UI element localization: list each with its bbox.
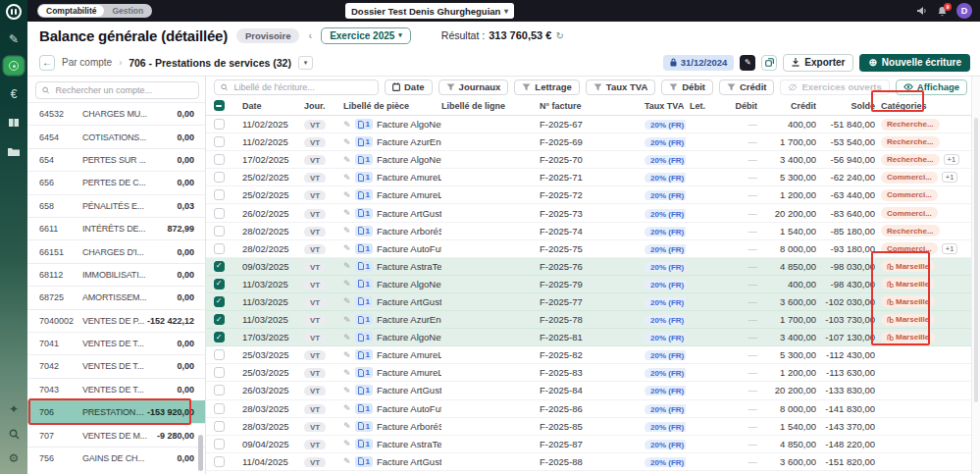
filter-debit-button[interactable]: Débit — [661, 79, 713, 95]
edit-pencil-icon[interactable]: ✎ — [343, 439, 351, 448]
attachment-badge[interactable]: 1 — [355, 314, 373, 325]
category-tag[interactable]: Recherche... — [881, 225, 940, 237]
edit-mode-button[interactable]: ✎ — [740, 55, 755, 71]
attachment-badge[interactable]: 1 — [355, 136, 373, 147]
exercice-selector-button[interactable]: Exercice 2025 ▾ — [321, 27, 411, 44]
attachment-badge[interactable]: 1 — [355, 456, 373, 467]
app-logo-icon[interactable] — [6, 4, 22, 20]
account-row[interactable]: 707VENTES DE M...-9 280,00 — [27, 423, 205, 446]
back-button[interactable]: ← — [39, 55, 55, 71]
account-row[interactable]: 64532CHARGES MU...0,00 — [27, 102, 205, 125]
attachment-badge[interactable]: 1 — [355, 119, 373, 130]
edit-pencil-icon[interactable]: ✎ — [343, 190, 351, 200]
table-row[interactable]: 28/02/2025VT✎1Facture AutoFut...F-2025-7… — [206, 240, 971, 258]
attachment-badge[interactable]: 1 — [355, 279, 373, 290]
account-row[interactable]: 658PÉNALITÉS E...0,03 — [27, 194, 205, 217]
account-row[interactable]: 7043VENTES DE T...0,00 — [27, 378, 205, 400]
category-tag[interactable]: Commerci... — [881, 242, 938, 254]
filter-lettrage-button[interactable]: Lettrage — [514, 79, 579, 95]
edit-pencil-icon[interactable]: ✎ — [343, 315, 351, 325]
entry-search[interactable] — [214, 79, 379, 95]
account-search[interactable] — [35, 81, 199, 99]
tab-comptabilite[interactable]: Comptabilité — [38, 5, 104, 17]
edit-pencil-icon[interactable]: ✎ — [343, 261, 351, 271]
account-row[interactable]: 7042VENTES DE T...0,00 — [27, 354, 205, 377]
account-row[interactable]: 66151CHARGES D'I...0,00 — [27, 239, 205, 262]
new-entry-button[interactable]: ⊕ Nouvelle écriture — [859, 54, 970, 72]
edit-pencil-icon[interactable]: ✎ — [343, 208, 351, 218]
category-tag[interactable]: Marseille — [881, 260, 935, 272]
table-row[interactable]: ✓11/03/2025VT✎1Facture AzurEne...F-2025-… — [206, 311, 971, 329]
refresh-icon[interactable]: ↻ — [555, 30, 563, 41]
table-row[interactable]: ✓11/03/2025VT✎1Facture ArtGust...F-2025-… — [206, 293, 971, 311]
row-checkbox[interactable] — [214, 208, 225, 219]
account-row[interactable]: 656PERTES DE C...0,00 — [27, 171, 205, 193]
row-checkbox[interactable] — [214, 243, 225, 254]
account-row[interactable]: 756GAINS DE CH...0,00 — [27, 447, 205, 469]
more-categories-badge[interactable]: +1 — [942, 172, 958, 183]
filter-exercices-ouverts[interactable]: Exercices ouverts — [780, 79, 889, 95]
table-row[interactable]: ✓17/03/2025VT✎1Facture AlgoNet...F-2025-… — [206, 329, 971, 346]
dossier-selector[interactable]: Dossier Test Denis Ghurgheguian ▾ — [345, 3, 514, 19]
table-row[interactable]: 25/03/2025VT✎1Facture AmureL...F-2025-83… — [206, 364, 971, 382]
attachment-badge[interactable]: 1 — [355, 172, 373, 183]
select-all-checkbox[interactable] — [214, 100, 225, 111]
account-row[interactable]: 7040002VENTES DE P...-152 422,12 — [27, 309, 205, 332]
account-row[interactable]: 7041VENTES DE T...0,00 — [27, 332, 205, 354]
edit-pencil-icon[interactable]: ✎ — [343, 456, 351, 466]
attachment-badge[interactable]: 1 — [355, 243, 373, 254]
attachment-badge[interactable]: 1 — [355, 226, 373, 237]
edit-pencil-icon[interactable]: ✎ — [343, 421, 351, 431]
table-row[interactable]: 26/02/2025VT✎1Facture ArtGust...F-2025-7… — [206, 204, 971, 222]
category-tag[interactable]: Commerci... — [881, 207, 938, 219]
row-checkbox[interactable] — [214, 136, 225, 147]
edit-pencil-icon[interactable]: ✎ — [343, 173, 351, 183]
category-tag[interactable]: Recherche... — [881, 154, 940, 166]
account-search-input[interactable] — [53, 84, 192, 96]
more-categories-badge[interactable]: +1 — [942, 243, 958, 254]
edit-pencil-icon[interactable]: ✎ — [343, 296, 351, 306]
account-row[interactable]: 706PRESTATIONS...-153 920,00 — [27, 400, 205, 423]
euro-accounting-icon[interactable]: € — [4, 85, 24, 103]
account-row[interactable]: 6611INTÉRÊTS DE...872,99 — [27, 217, 205, 239]
attachment-badge[interactable]: 1 — [355, 367, 373, 378]
account-row[interactable]: 68725AMORTISSEM...0,00 — [27, 286, 205, 308]
user-avatar[interactable]: D — [956, 3, 972, 19]
more-categories-badge[interactable]: +1 — [944, 154, 960, 165]
table-row[interactable]: 11/02/2025VT✎1Facture AzurEne...F-2025-6… — [206, 133, 971, 151]
account-row[interactable]: 6454COTISATIONS...0,00 — [27, 125, 205, 147]
attachment-badge[interactable]: 1 — [355, 349, 373, 360]
row-checkbox[interactable] — [214, 119, 225, 130]
row-checkbox[interactable] — [214, 421, 225, 432]
row-checkbox[interactable]: ✓ — [214, 314, 225, 325]
table-row[interactable]: ✓11/03/2025VT✎1Facture AlgoNet...F-2025-… — [206, 276, 971, 293]
accounts-scrollbar-thumb[interactable] — [198, 435, 203, 471]
category-tag[interactable]: Commerci... — [881, 172, 938, 184]
megaphone-icon[interactable] — [916, 6, 928, 16]
row-checkbox[interactable] — [214, 367, 225, 378]
attachment-badge[interactable]: 1 — [355, 208, 373, 219]
table-row[interactable]: 28/02/2025VT✎1Facture ArboréS...F-2025-7… — [206, 223, 971, 240]
filter-taux-tva-button[interactable]: Taux TVA — [586, 79, 655, 95]
account-options-button[interactable]: ▾ — [298, 56, 313, 70]
ledger-book-icon[interactable] — [4, 114, 24, 132]
category-tag[interactable]: Recherche... — [881, 119, 940, 131]
edit-pencil-icon[interactable]: ✎ — [343, 333, 351, 342]
row-checkbox[interactable] — [214, 154, 225, 165]
attachment-badge[interactable]: 1 — [355, 421, 373, 432]
row-checkbox[interactable] — [214, 226, 225, 237]
edit-pencil-icon[interactable]: ✎ — [343, 350, 351, 360]
table-row[interactable]: 11/04/2025VT✎1Facture ArtGust...F-2025-8… — [206, 453, 971, 471]
duplicate-button[interactable] — [761, 55, 777, 71]
category-tag[interactable]: Marseille — [881, 295, 935, 307]
sparkle-add-icon[interactable]: ✦ — [4, 400, 24, 418]
edit-pencil-icon[interactable]: ✎ — [343, 368, 351, 378]
attachment-badge[interactable]: 1 — [355, 385, 373, 395]
edit-pencil-icon[interactable]: ✎ — [343, 137, 351, 147]
table-row[interactable]: ✓09/03/2025VT✎1Facture AstraTe...F-2025-… — [206, 258, 971, 276]
edit-pencil-icon[interactable]: ✎ — [343, 226, 351, 236]
filter-date-button[interactable]: Date — [385, 79, 433, 95]
table-row[interactable]: 25/03/2025VT✎1Facture AmureL...F-2025-82… — [206, 346, 971, 364]
edit-pencil-icon[interactable]: ✎ — [343, 386, 351, 395]
notifications-bell-icon[interactable]: 9 — [937, 6, 948, 17]
